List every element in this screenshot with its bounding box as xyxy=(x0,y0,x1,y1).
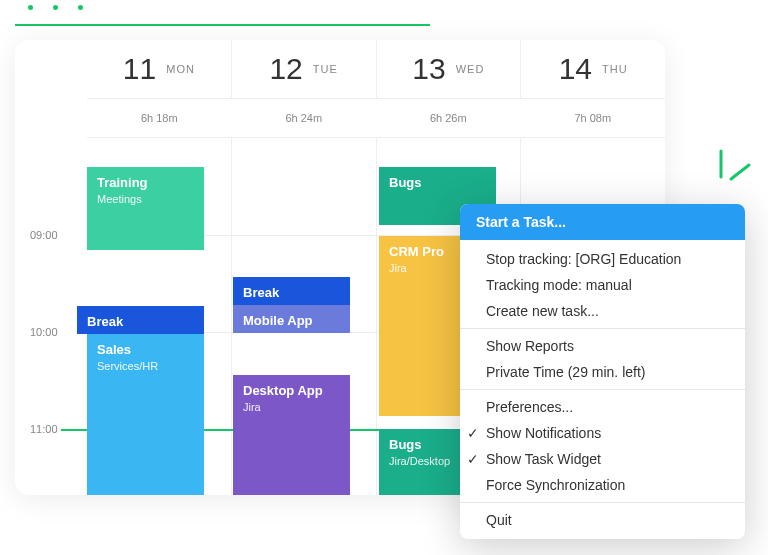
event-sub: Meetings xyxy=(97,193,194,205)
event-training[interactable]: Training Meetings xyxy=(87,167,204,250)
day-name: WED xyxy=(456,63,485,75)
event-title: Break xyxy=(87,314,194,329)
duration-cell: 6h 24m xyxy=(232,99,377,137)
dot-icon xyxy=(28,5,33,10)
dot-icon xyxy=(78,5,83,10)
day-column-mon[interactable]: 11 MON xyxy=(87,40,232,98)
menu-stop-tracking[interactable]: Stop tracking: [ORG] Education xyxy=(460,246,745,272)
event-title: Sales xyxy=(97,342,194,357)
menu-show-notifications[interactable]: ✓Show Notifications xyxy=(460,420,745,446)
duration-cell: 7h 08m xyxy=(521,99,666,137)
time-label-11: 11:00 xyxy=(30,423,58,435)
duration-cell: 6h 18m xyxy=(87,99,232,137)
time-label-10: 10:00 xyxy=(30,326,58,338)
event-title: Bugs xyxy=(389,175,486,190)
event-title: Training xyxy=(97,175,194,190)
menu-separator xyxy=(460,389,745,390)
day-column-tue[interactable]: 12 TUE xyxy=(232,40,377,98)
menu-create-task[interactable]: Create new task... xyxy=(460,298,745,324)
event-desktop-app[interactable]: Desktop App Jira xyxy=(233,375,350,495)
event-title: Break xyxy=(243,285,340,300)
day-column-wed[interactable]: 13 WED xyxy=(377,40,522,98)
event-break[interactable]: Break xyxy=(77,306,204,334)
svg-line-1 xyxy=(731,165,749,179)
duration-row: 6h 18m 6h 24m 6h 26m 7h 08m xyxy=(87,98,665,138)
event-title: Mobile App xyxy=(243,313,340,328)
menu-tracking-mode[interactable]: Tracking mode: manual xyxy=(460,272,745,298)
day-name: MON xyxy=(166,63,195,75)
header-dots xyxy=(28,5,83,10)
header-underline xyxy=(15,24,430,26)
day-name: TUE xyxy=(313,63,338,75)
menu-show-reports[interactable]: Show Reports xyxy=(460,333,745,359)
time-label-9: 09:00 xyxy=(30,229,58,241)
context-menu: Start a Task... Stop tracking: [ORG] Edu… xyxy=(460,204,745,539)
day-name: THU xyxy=(602,63,628,75)
day-number: 14 xyxy=(559,52,592,86)
menu-private-time[interactable]: Private Time (29 min. left) xyxy=(460,359,745,385)
event-break[interactable]: Break xyxy=(233,277,350,305)
menu-separator xyxy=(460,328,745,329)
day-number: 11 xyxy=(123,52,156,86)
day-column-thu[interactable]: 14 THU xyxy=(521,40,665,98)
event-sales[interactable]: Sales Services/HR xyxy=(87,334,204,495)
day-number: 13 xyxy=(412,52,445,86)
event-sub: Jira xyxy=(243,401,340,413)
menu-quit[interactable]: Quit xyxy=(460,507,745,533)
menu-start-task[interactable]: Start a Task... xyxy=(460,204,745,240)
day-header-row: 11 MON 12 TUE 13 WED 14 THU xyxy=(87,40,665,98)
event-mobile-app[interactable]: Mobile App xyxy=(233,305,350,333)
event-sub: Services/HR xyxy=(97,360,194,372)
checkmark-icon: ✓ xyxy=(466,451,480,467)
duration-cell: 6h 26m xyxy=(376,99,521,137)
menu-separator xyxy=(460,502,745,503)
event-title: Desktop App xyxy=(243,383,340,398)
menu-force-sync[interactable]: Force Synchronization xyxy=(460,472,745,498)
decoration-lines-icon xyxy=(715,145,755,185)
menu-show-widget[interactable]: ✓Show Task Widget xyxy=(460,446,745,472)
menu-preferences[interactable]: Preferences... xyxy=(460,394,745,420)
checkmark-icon: ✓ xyxy=(466,425,480,441)
dot-icon xyxy=(53,5,58,10)
day-number: 12 xyxy=(269,52,302,86)
